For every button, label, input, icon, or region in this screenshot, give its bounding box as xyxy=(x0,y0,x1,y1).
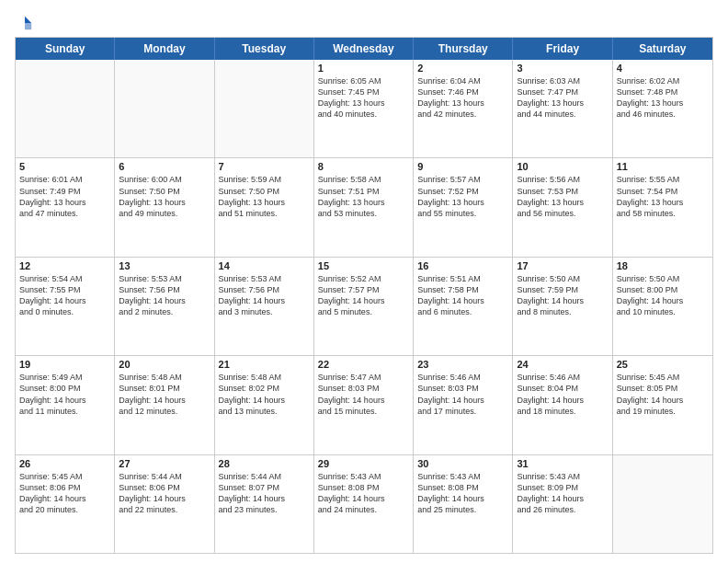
day-info: Sunrise: 5:55 AM Sunset: 7:54 PM Dayligh… xyxy=(617,174,709,219)
day-info: Sunrise: 5:44 AM Sunset: 8:06 PM Dayligh… xyxy=(119,471,210,516)
weekday-header-tuesday: Tuesday xyxy=(215,38,314,60)
day-number: 31 xyxy=(517,458,608,469)
calendar-cell: 22Sunrise: 5:47 AM Sunset: 8:03 PM Dayli… xyxy=(314,356,414,454)
calendar-row-4: 26Sunrise: 5:45 AM Sunset: 8:06 PM Dayli… xyxy=(16,454,712,553)
calendar-body: 1Sunrise: 6:05 AM Sunset: 7:45 PM Daylig… xyxy=(16,60,712,553)
calendar-cell: 3Sunrise: 6:03 AM Sunset: 7:47 PM Daylig… xyxy=(513,60,612,157)
day-number: 25 xyxy=(617,359,709,370)
weekday-header-thursday: Thursday xyxy=(414,38,513,60)
day-number: 28 xyxy=(219,458,310,469)
day-info: Sunrise: 5:51 AM Sunset: 7:58 PM Dayligh… xyxy=(417,273,508,318)
calendar-cell: 30Sunrise: 5:43 AM Sunset: 8:08 PM Dayli… xyxy=(414,455,513,553)
day-number: 1 xyxy=(318,63,409,74)
day-info: Sunrise: 5:43 AM Sunset: 8:09 PM Dayligh… xyxy=(517,471,608,516)
calendar-cell: 5Sunrise: 6:01 AM Sunset: 7:49 PM Daylig… xyxy=(16,158,115,256)
calendar-cell: 8Sunrise: 5:58 AM Sunset: 7:51 PM Daylig… xyxy=(314,158,414,256)
day-info: Sunrise: 5:48 AM Sunset: 8:02 PM Dayligh… xyxy=(219,372,310,417)
calendar-header: SundayMondayTuesdayWednesdayThursdayFrid… xyxy=(16,38,712,60)
calendar-cell: 17Sunrise: 5:50 AM Sunset: 7:59 PM Dayli… xyxy=(513,258,612,355)
calendar-cell: 21Sunrise: 5:48 AM Sunset: 8:02 PM Dayli… xyxy=(215,356,314,454)
day-info: Sunrise: 5:46 AM Sunset: 8:04 PM Dayligh… xyxy=(517,372,608,417)
day-info: Sunrise: 5:58 AM Sunset: 7:51 PM Dayligh… xyxy=(318,174,409,219)
day-number: 16 xyxy=(417,260,508,271)
calendar-cell: 23Sunrise: 5:46 AM Sunset: 8:03 PM Dayli… xyxy=(414,356,513,454)
day-info: Sunrise: 5:57 AM Sunset: 7:52 PM Dayligh… xyxy=(417,174,508,219)
calendar-cell: 16Sunrise: 5:51 AM Sunset: 7:58 PM Dayli… xyxy=(414,258,513,355)
day-info: Sunrise: 5:52 AM Sunset: 7:57 PM Dayligh… xyxy=(318,273,409,318)
day-number: 13 xyxy=(119,260,210,271)
logo-icon xyxy=(17,15,33,31)
day-number: 23 xyxy=(417,359,508,370)
day-number: 21 xyxy=(219,359,310,370)
calendar-cell: 29Sunrise: 5:43 AM Sunset: 8:08 PM Dayli… xyxy=(314,455,414,553)
calendar-cell: 13Sunrise: 5:53 AM Sunset: 7:56 PM Dayli… xyxy=(115,258,214,355)
day-number: 3 xyxy=(517,63,608,74)
logo-area xyxy=(15,15,35,31)
calendar-cell: 9Sunrise: 5:57 AM Sunset: 7:52 PM Daylig… xyxy=(414,158,513,256)
day-number: 15 xyxy=(318,260,409,271)
calendar-cell: 19Sunrise: 5:49 AM Sunset: 8:00 PM Dayli… xyxy=(16,356,115,454)
calendar-cell: 20Sunrise: 5:48 AM Sunset: 8:01 PM Dayli… xyxy=(115,356,214,454)
svg-marker-0 xyxy=(25,17,31,23)
calendar-cell xyxy=(613,455,712,553)
calendar-row-0: 1Sunrise: 6:05 AM Sunset: 7:45 PM Daylig… xyxy=(16,60,712,157)
calendar-cell: 27Sunrise: 5:44 AM Sunset: 8:06 PM Dayli… xyxy=(115,455,214,553)
day-info: Sunrise: 5:50 AM Sunset: 8:00 PM Dayligh… xyxy=(617,273,709,318)
calendar-cell: 18Sunrise: 5:50 AM Sunset: 8:00 PM Dayli… xyxy=(613,258,712,355)
calendar-cell xyxy=(16,60,115,157)
day-number: 6 xyxy=(119,161,210,172)
day-info: Sunrise: 5:43 AM Sunset: 8:08 PM Dayligh… xyxy=(318,471,409,516)
day-number: 27 xyxy=(119,458,210,469)
day-info: Sunrise: 6:04 AM Sunset: 7:46 PM Dayligh… xyxy=(417,75,508,121)
day-info: Sunrise: 5:53 AM Sunset: 7:56 PM Dayligh… xyxy=(219,273,310,318)
day-info: Sunrise: 5:53 AM Sunset: 7:56 PM Dayligh… xyxy=(119,273,210,318)
day-info: Sunrise: 6:01 AM Sunset: 7:49 PM Dayligh… xyxy=(19,174,110,219)
calendar-cell xyxy=(115,60,214,157)
day-info: Sunrise: 6:05 AM Sunset: 7:45 PM Dayligh… xyxy=(318,75,409,121)
calendar-cell: 31Sunrise: 5:43 AM Sunset: 8:09 PM Dayli… xyxy=(513,455,612,553)
calendar-cell xyxy=(215,60,314,157)
day-number: 29 xyxy=(318,458,409,469)
day-number: 22 xyxy=(318,359,409,370)
weekday-header-friday: Friday xyxy=(513,38,612,60)
day-info: Sunrise: 6:03 AM Sunset: 7:47 PM Dayligh… xyxy=(517,75,608,121)
day-info: Sunrise: 5:47 AM Sunset: 8:03 PM Dayligh… xyxy=(318,372,409,417)
calendar-cell: 7Sunrise: 5:59 AM Sunset: 7:50 PM Daylig… xyxy=(215,158,314,256)
day-info: Sunrise: 5:48 AM Sunset: 8:01 PM Dayligh… xyxy=(119,372,210,417)
calendar-cell: 6Sunrise: 6:00 AM Sunset: 7:50 PM Daylig… xyxy=(115,158,214,256)
page: SundayMondayTuesdayWednesdayThursdayFrid… xyxy=(0,0,728,563)
day-number: 17 xyxy=(517,260,608,271)
weekday-header-monday: Monday xyxy=(115,38,214,60)
day-number: 9 xyxy=(417,161,508,172)
weekday-header-sunday: Sunday xyxy=(16,38,115,60)
day-info: Sunrise: 5:44 AM Sunset: 8:07 PM Dayligh… xyxy=(219,471,310,516)
day-number: 4 xyxy=(617,63,709,74)
day-number: 26 xyxy=(19,458,110,469)
calendar-cell: 11Sunrise: 5:55 AM Sunset: 7:54 PM Dayli… xyxy=(613,158,712,256)
day-info: Sunrise: 5:59 AM Sunset: 7:50 PM Dayligh… xyxy=(219,174,310,219)
day-number: 7 xyxy=(219,161,310,172)
calendar-cell: 28Sunrise: 5:44 AM Sunset: 8:07 PM Dayli… xyxy=(215,455,314,553)
calendar: SundayMondayTuesdayWednesdayThursdayFrid… xyxy=(15,37,713,554)
day-number: 12 xyxy=(19,260,110,271)
day-info: Sunrise: 5:49 AM Sunset: 8:00 PM Dayligh… xyxy=(19,372,110,417)
day-number: 5 xyxy=(19,161,110,172)
weekday-header-wednesday: Wednesday xyxy=(314,38,414,60)
day-info: Sunrise: 6:00 AM Sunset: 7:50 PM Dayligh… xyxy=(119,174,210,219)
day-info: Sunrise: 5:45 AM Sunset: 8:06 PM Dayligh… xyxy=(19,471,110,516)
day-number: 19 xyxy=(19,359,110,370)
day-number: 18 xyxy=(617,260,709,271)
day-info: Sunrise: 5:43 AM Sunset: 8:08 PM Dayligh… xyxy=(417,471,508,516)
svg-marker-1 xyxy=(25,23,31,29)
day-info: Sunrise: 5:45 AM Sunset: 8:05 PM Dayligh… xyxy=(617,372,709,417)
day-info: Sunrise: 5:46 AM Sunset: 8:03 PM Dayligh… xyxy=(417,372,508,417)
calendar-cell: 26Sunrise: 5:45 AM Sunset: 8:06 PM Dayli… xyxy=(16,455,115,553)
day-number: 10 xyxy=(517,161,608,172)
day-number: 14 xyxy=(219,260,310,271)
calendar-row-1: 5Sunrise: 6:01 AM Sunset: 7:49 PM Daylig… xyxy=(16,157,712,256)
calendar-cell: 24Sunrise: 5:46 AM Sunset: 8:04 PM Dayli… xyxy=(513,356,612,454)
calendar-cell: 25Sunrise: 5:45 AM Sunset: 8:05 PM Dayli… xyxy=(613,356,712,454)
header xyxy=(15,15,713,31)
day-info: Sunrise: 5:50 AM Sunset: 7:59 PM Dayligh… xyxy=(517,273,608,318)
day-number: 24 xyxy=(517,359,608,370)
